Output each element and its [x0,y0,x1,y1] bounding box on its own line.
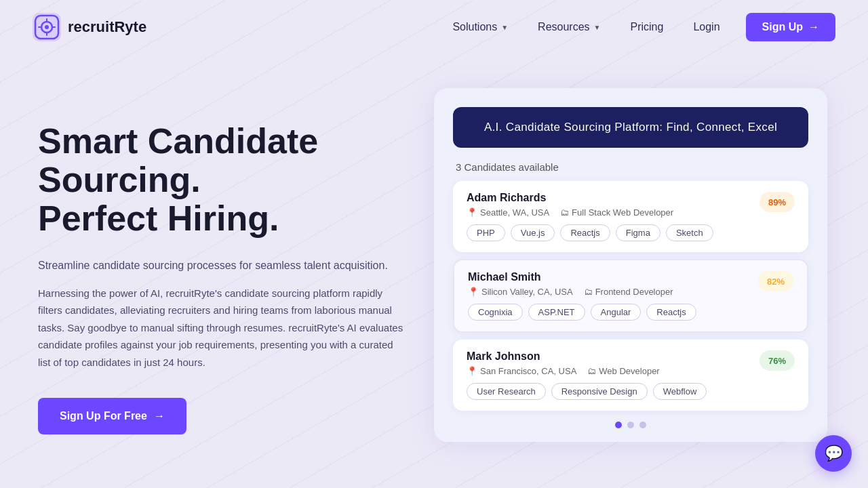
skill-tag: Figma [616,224,660,241]
location-icon: 📍 [468,287,479,297]
hero-cta-button[interactable]: Sign Up For Free → [38,398,186,434]
candidate-card[interactable]: Michael Smith 📍 Silicon Valley, CA, USA … [453,259,808,333]
hero-heading: Smart Candidate Sourcing. Perfect Hiring… [38,122,404,239]
candidate-role: Frontend Developer [595,287,673,297]
candidate-tags: PHPVue.jsReactjsFigmaSketch [467,224,795,241]
solutions-nav-item[interactable]: Solutions ▼ [440,16,520,39]
skill-tag: Webflow [653,383,707,400]
hero-subtext2: Harnessing the power of AI, recruitRyte'… [38,285,404,371]
hero-subtext1: Streamline candidate sourcing processes … [38,258,404,274]
candidate-location: Silicon Valley, CA, USA [481,287,573,297]
candidate-top: Michael Smith 📍 Silicon Valley, CA, USA … [468,271,793,297]
hero-right: A.I. Candidate Sourcing Platform: Find, … [431,81,830,442]
resources-nav-item[interactable]: Resources ▼ [526,16,612,39]
logo-icon [33,13,61,41]
skill-tag: User Research [467,383,546,400]
candidate-location: Seattle, WA, USA [480,207,549,218]
role-icon: 🗂 [584,287,593,297]
candidate-top: Mark Johnson 📍 San Francisco, CA, USA 🗂 … [467,350,795,376]
skill-tag: Cognixia [468,304,523,321]
skill-tag: Angular [591,304,642,321]
panel-header-bar: A.I. Candidate Sourcing Platform: Find, … [453,107,808,148]
nav-links: Solutions ▼ Resources ▼ Pricing Login Si… [440,13,835,41]
role-icon: 🗂 [587,366,596,376]
svg-point-3 [45,25,49,29]
location-icon: 📍 [467,207,477,218]
signup-arrow-icon: → [808,21,819,33]
location-icon: 📍 [467,366,477,376]
candidates-list: Adam Richards 📍 Seattle, WA, USA 🗂 Full … [453,181,808,411]
candidate-meta: 📍 San Francisco, CA, USA 🗂 Web Developer [467,366,760,376]
resources-chevron-icon: ▼ [594,24,601,31]
candidate-role: Full Stack Web Developer [572,207,673,218]
logo-link[interactable]: recruitRyte [33,13,146,41]
cta-arrow-icon: → [154,410,165,422]
pricing-nav-item[interactable]: Pricing [618,16,676,39]
score-badge: 76% [760,350,795,371]
candidates-count-label: 3 Candidates available [453,161,808,173]
candidate-name: Mark Johnson [467,350,760,363]
skill-tag: PHP [467,224,505,241]
login-nav-item[interactable]: Login [681,16,732,39]
signup-nav-button[interactable]: Sign Up → [746,13,835,41]
skill-tag: Reactjs [646,304,696,321]
score-badge: 82% [758,271,793,291]
hero-section: Smart Candidate Sourcing. Perfect Hiring… [0,54,868,488]
candidate-card[interactable]: Mark Johnson 📍 San Francisco, CA, USA 🗂 … [453,340,808,411]
candidate-top: Adam Richards 📍 Seattle, WA, USA 🗂 Full … [467,192,795,218]
carousel-dots [453,422,808,428]
skill-tag: Reactjs [560,224,610,241]
solutions-chevron-icon: ▼ [501,24,508,31]
chat-icon: 💬 [825,445,843,462]
dot-2[interactable] [627,422,634,428]
candidate-name: Adam Richards [467,192,760,204]
candidate-tags: CognixiaASP.NETAngularReactjs [468,304,793,321]
candidate-role: Web Developer [599,366,659,376]
dot-1[interactable] [615,422,622,428]
role-icon: 🗂 [560,207,569,218]
candidate-name: Michael Smith [468,271,758,283]
skill-tag: Vue.js [511,224,555,241]
skill-tag: Responsive Design [551,383,648,400]
candidate-tags: User ResearchResponsive DesignWebflow [467,383,795,400]
candidate-panel: A.I. Candidate Sourcing Platform: Find, … [434,88,827,442]
logo-text: recruitRyte [68,18,146,36]
dot-3[interactable] [639,422,646,428]
candidate-meta: 📍 Silicon Valley, CA, USA 🗂 Frontend Dev… [468,287,758,297]
skill-tag: ASP.NET [528,304,585,321]
score-badge: 89% [760,192,795,212]
navbar: recruitRyte Solutions ▼ Resources ▼ Pric… [0,0,868,54]
chat-bubble-button[interactable]: 💬 [815,435,852,472]
candidate-location: San Francisco, CA, USA [480,366,576,376]
candidate-card[interactable]: Adam Richards 📍 Seattle, WA, USA 🗂 Full … [453,181,808,252]
skill-tag: Sketch [666,224,713,241]
hero-left: Smart Candidate Sourcing. Perfect Hiring… [38,81,404,434]
candidate-meta: 📍 Seattle, WA, USA 🗂 Full Stack Web Deve… [467,207,760,218]
